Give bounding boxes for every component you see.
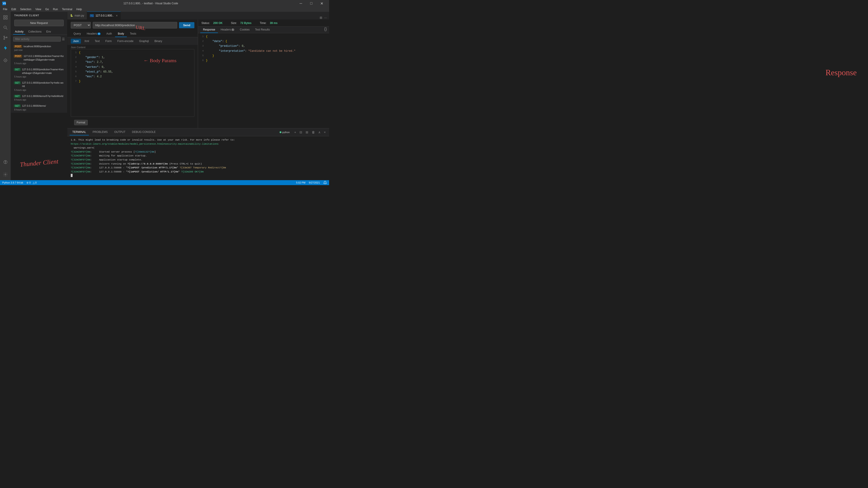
terminal-tab-output[interactable]: OUTPUT: [112, 129, 128, 135]
response-tabs: Response Headers5 Cookies Test Results {…: [198, 27, 329, 33]
tab-thunder-client[interactable]: TC 127.0.0.1:800.. ×: [87, 11, 121, 20]
svg-point-6: [4, 26, 6, 29]
response-line: 2 "data": {: [198, 39, 329, 44]
tab-activity[interactable]: Activity: [13, 29, 25, 35]
request-time: 5 hours ago: [14, 89, 64, 91]
activity-git-icon[interactable]: [1, 33, 10, 42]
request-time: 8 hours ago: [14, 98, 64, 101]
close-button[interactable]: ✕: [316, 0, 327, 7]
menu-help[interactable]: Help: [74, 7, 84, 11]
body-tab-binary[interactable]: Binary: [152, 39, 164, 43]
response-line: 3 "prediction": 0,: [198, 44, 329, 49]
request-body-editor[interactable]: 1 { 2 "gender": 1, 3 "bsc": 2.7,: [71, 49, 194, 117]
editor-layout-icon[interactable]: ⊞: [320, 16, 322, 20]
size-label: Size:: [231, 22, 237, 25]
terminal-close-button[interactable]: ×: [323, 130, 327, 134]
menu-go[interactable]: Go: [43, 7, 51, 11]
response-tab-headers[interactable]: Headers5: [218, 27, 237, 33]
list-item[interactable]: GET 127.0.0.1:8000/prediction?q=hello wo…: [12, 80, 66, 93]
terminal-tabs-bar: TERMINAL PROBLEMS OUTPUT DEBUG CONSOLE p…: [67, 128, 329, 136]
request-time: 8 hours ago: [14, 109, 64, 111]
terminal-line: ?[32mINFO?[0m: 127.0.0.1:59808 - "?[1mPO…: [71, 166, 326, 170]
body-tab-xml[interactable]: Xml: [82, 39, 91, 43]
list-item[interactable]: GET 127.0.0.1:8000/items/ 8 hours ago: [12, 103, 66, 112]
time-value: 39 ms: [270, 22, 278, 25]
code-line: 6 "msc": 4.2: [71, 74, 194, 79]
request-item-top: GET 127.0.0.1:8000/items/5?q=helloWorld: [14, 94, 64, 98]
menu-terminal[interactable]: Terminal: [60, 7, 74, 11]
title-bar-left: VS: [2, 2, 6, 5]
url-input[interactable]: [93, 22, 177, 29]
activity-explorer-icon[interactable]: [1, 13, 10, 22]
body-tab-graphql[interactable]: Graphql: [137, 39, 151, 43]
more-actions-icon[interactable]: ···: [324, 16, 327, 20]
activity-debug-icon[interactable]: [1, 56, 10, 65]
tab-env[interactable]: Env: [44, 29, 53, 35]
response-line: 5 }: [198, 54, 329, 58]
activity-settings-icon[interactable]: [1, 170, 10, 179]
method-select[interactable]: POST GET PUT DELETE PATCH: [71, 22, 91, 29]
request-item-top: GET 127.0.0.1:8000/prediction?name=Kenet…: [14, 68, 64, 75]
terminal-tab-problems[interactable]: PROBLEMS: [90, 129, 111, 135]
filter-menu-icon[interactable]: ☰: [62, 37, 65, 41]
menu-selection[interactable]: Selection: [18, 7, 33, 11]
request-url: 127.0.0.1:8000/prediction?q=hello world: [22, 81, 64, 88]
terminal-link[interactable]: https://scikit-learn.org/stable/modules/…: [71, 143, 219, 145]
tab-collections[interactable]: Collections: [26, 29, 43, 35]
list-item[interactable]: POST 127.0.0.1:8000/prediction?name=Kene…: [12, 53, 66, 66]
sub-tab-body[interactable]: Body: [115, 31, 127, 37]
terminal-tab-debug[interactable]: DEBUG CONSOLE: [129, 129, 158, 135]
menu-view[interactable]: View: [33, 7, 43, 11]
list-item[interactable]: GET 127.0.0.1:8000/prediction?name=Kenet…: [12, 66, 66, 79]
format-button[interactable]: Format: [74, 120, 88, 125]
terminal-maximize-button[interactable]: ∧: [317, 130, 322, 134]
activity-search-icon[interactable]: [1, 23, 10, 32]
url-bar: POST GET PUT DELETE PATCH Send: [67, 20, 198, 31]
notification-icon[interactable]: [323, 181, 327, 184]
terminal-tab-terminal[interactable]: TERMINAL: [70, 129, 89, 135]
tab-close-icon[interactable]: ×: [116, 14, 118, 18]
braces-icon[interactable]: {}: [324, 27, 327, 33]
menu-edit[interactable]: Edit: [9, 7, 18, 11]
sub-tab-auth[interactable]: Auth: [104, 31, 115, 37]
activity-extensions-icon[interactable]: [1, 157, 10, 166]
terminal-add-button[interactable]: +: [293, 130, 297, 134]
menu-file[interactable]: File: [1, 7, 9, 11]
body-tab-form[interactable]: Form: [103, 39, 114, 43]
activity-thunder-icon[interactable]: [1, 43, 10, 53]
sub-tab-query[interactable]: Query: [71, 31, 84, 37]
response-tab-cookies[interactable]: Cookies: [237, 27, 252, 33]
response-tab-response[interactable]: Response: [200, 27, 218, 33]
new-request-button[interactable]: New Request: [14, 20, 64, 26]
status-python-version[interactable]: Python 3.9.7 64-bit: [2, 181, 23, 184]
terminal-panel-layout-icon[interactable]: ⊞: [305, 130, 309, 134]
sub-tab-headers[interactable]: Headers4: [84, 31, 103, 37]
status-errors[interactable]: ⊘ 0 △ 0: [26, 181, 37, 184]
svg-point-9: [4, 38, 5, 39]
window-title: 127.0.0.1:800.. - testfast - Visual Stud…: [6, 2, 296, 5]
menu-run[interactable]: Run: [51, 7, 60, 11]
terminal-split-button[interactable]: ⊟: [298, 130, 303, 134]
filter-input[interactable]: [13, 37, 61, 41]
sub-tab-tests[interactable]: Tests: [127, 31, 139, 37]
terminal-trash-icon[interactable]: 🗑: [311, 130, 316, 134]
list-item[interactable]: POST localhost:8080/prediction just now: [12, 43, 66, 53]
minimize-button[interactable]: ─: [296, 0, 306, 7]
maximize-button[interactable]: □: [306, 0, 316, 7]
request-item-top: GET 127.0.0.1:8000/prediction?q=hello wo…: [14, 81, 64, 88]
request-url: 127.0.0.1:8000/prediction?name=Keneth&ag…: [22, 68, 64, 75]
body-tab-form-encode[interactable]: Form-encode: [115, 39, 135, 43]
body-tab-text[interactable]: Text: [92, 39, 102, 43]
terminal-area: TERMINAL PROBLEMS OUTPUT DEBUG CONSOLE p…: [67, 128, 329, 180]
activity-bar: [0, 12, 11, 180]
send-button[interactable]: Send: [179, 22, 194, 28]
response-tab-test-results[interactable]: Test Results: [252, 27, 272, 33]
status-date: 9/27/2021: [309, 181, 320, 184]
method-badge: GET: [14, 81, 21, 84]
body-tab-json[interactable]: Json: [71, 39, 81, 43]
menu-bar: File Edit Selection View Go Run Terminal…: [0, 7, 329, 12]
terminal-controls: python + ⊟ ⊞ 🗑 ∧ ×: [280, 130, 327, 134]
status-time: 5:02 PM: [296, 181, 305, 184]
list-item[interactable]: GET 127.0.0.1:8000/items/5?q=helloWorld …: [12, 93, 66, 102]
tab-main-py[interactable]: 🐍 main.py: [67, 11, 87, 20]
